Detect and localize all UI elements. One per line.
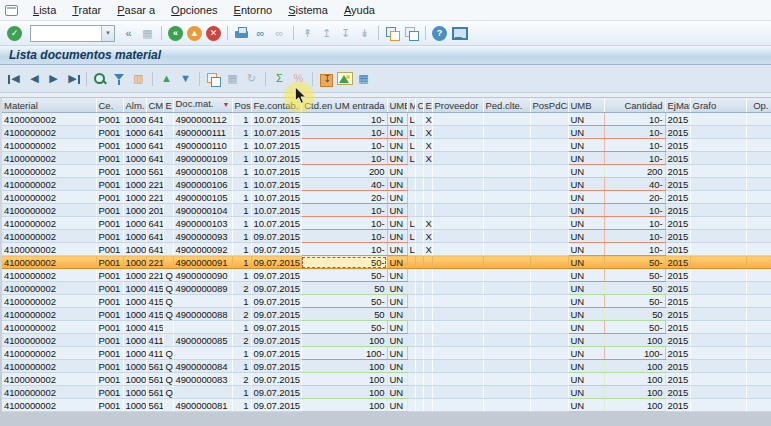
cell-ejmat[interactable]: 2015 [665,334,690,347]
table-row[interactable]: 4100000002P00110006414900000110110.07.20… [2,139,771,152]
cell-alm[interactable]: 1000 [123,399,146,412]
cell-pospdcl[interactable] [530,347,568,360]
table-row[interactable]: 4100000002P0011000561Q4900000084109.07.2… [2,360,771,373]
worksheet-icon[interactable]: ▦ [355,71,372,87]
cell-fecontab[interactable]: 09.07.2015 [251,321,301,334]
cell-cmv[interactable]: 641 [146,113,163,126]
cell-material[interactable]: 4100000002 [2,308,96,321]
cell-fecontab[interactable]: 10.07.2015 [251,217,301,230]
cell-ctd[interactable]: 10- [301,217,387,230]
cell-alm[interactable]: 1000 [123,321,146,334]
set-filter-icon[interactable] [111,71,128,87]
cell-material[interactable]: 4100000002 [2,386,96,399]
cell-pedclte[interactable] [483,347,530,360]
cell-ume[interactable]: UN [387,230,407,243]
cell-pos[interactable]: 2 [232,308,251,321]
cell-ctd[interactable]: 10- [301,243,387,256]
cell-proveedor[interactable] [432,295,483,308]
cell-ctd[interactable]: 100- [301,347,387,360]
cell-material[interactable]: 4100000002 [2,360,96,373]
cell-alm[interactable]: 1000 [123,295,146,308]
cell-pos[interactable]: 1 [232,152,251,165]
column-header-proveedor[interactable]: Proveedor [432,98,483,113]
cell-grafo[interactable] [690,295,746,308]
cell-cmv[interactable]: 411 [146,334,163,347]
cell-grafo[interactable] [690,217,746,230]
cell-fecontab[interactable]: 10.07.2015 [251,139,301,152]
cell-pos[interactable]: 2 [232,334,251,347]
cell-m[interactable] [407,386,415,399]
cell-pospdcl[interactable] [530,191,568,204]
cell-proveedor[interactable] [432,347,483,360]
cell-pos[interactable]: 1 [232,126,251,139]
cell-material[interactable]: 4100000002 [2,269,96,282]
cell-cantidad[interactable]: 100 [604,386,665,399]
cell-m[interactable] [407,204,415,217]
cell-grafo[interactable] [690,191,746,204]
column-header-c[interactable]: C [415,98,423,113]
cell-cmv[interactable]: 221 [146,256,163,269]
table-row[interactable]: 4100000002P0011000415Q4900000089209.07.2… [2,282,771,295]
cell-material[interactable]: 4100000002 [2,373,96,386]
cell-umb[interactable]: UN [568,243,604,256]
cell-ce[interactable]: P001 [96,360,123,373]
current-layout-icon[interactable]: ▥ [130,71,147,87]
cell-proveedor[interactable] [432,178,483,191]
cell-docmat[interactable]: 4900000090 [173,269,232,282]
print-icon[interactable] [233,25,250,41]
cell-alm[interactable]: 1000 [123,269,146,282]
column-header-fecontab[interactable]: Fe.contab. [251,98,301,113]
cell-fecontab[interactable]: 09.07.2015 [251,282,301,295]
menu-item-opciones[interactable]: Opciones [163,2,225,18]
cell-proveedor[interactable] [432,269,483,282]
cell-grafo[interactable] [690,113,746,126]
next-record-icon[interactable]: ▶ [45,71,62,87]
column-header-umb[interactable]: UMB [568,98,604,113]
cell-op[interactable] [746,204,771,217]
cell-fecontab[interactable]: 09.07.2015 [251,269,301,282]
cell-alm[interactable]: 1000 [123,243,146,256]
cell-e[interactable]: Q [163,373,173,386]
cell-ctd[interactable]: 200 [301,165,387,178]
cell-cantidad[interactable]: 10- [604,126,665,139]
cell-cantidad[interactable]: 10- [604,230,665,243]
cell-ume[interactable]: UN [387,347,407,360]
cell-grafo[interactable] [690,139,746,152]
cell-docmat[interactable] [173,347,232,360]
cell-c[interactable] [415,373,423,386]
cell-cmv[interactable]: 641 [146,243,163,256]
cell-m[interactable] [407,295,415,308]
cell-ctd[interactable]: 40- [301,178,387,191]
cancel-icon[interactable]: ✕ [206,26,221,41]
cell-ctd[interactable]: 10- [301,126,387,139]
cell-ce[interactable]: P001 [96,256,123,269]
cell-pos[interactable]: 1 [232,165,251,178]
cell-material[interactable]: 4100000002 [2,191,96,204]
cell-pedclte[interactable] [483,334,530,347]
cell-cmv[interactable]: 641 [146,217,163,230]
cell-cmv[interactable]: 561 [146,165,163,178]
table-row[interactable]: 4100000002P00110002214900000106110.07.20… [2,178,771,191]
cell-docmat[interactable]: 4900000091 [173,256,232,269]
cell-cantidad[interactable]: 10- [604,152,665,165]
gui-settings-icon[interactable] [450,25,467,41]
cell-ejmat[interactable]: 2015 [665,217,690,230]
cell-pos[interactable]: 1 [232,178,251,191]
cell-cantidad[interactable]: 50- [604,321,665,334]
cell-pospdcl[interactable] [530,139,568,152]
cell-alm[interactable]: 1000 [123,139,146,152]
cell-m[interactable] [407,360,415,373]
cell-ce[interactable]: P001 [96,321,123,334]
cell-c[interactable] [415,256,423,269]
cell-ejmat[interactable]: 2015 [665,373,690,386]
table-row[interactable]: 4100000002P00110002214900000091109.07.20… [2,256,771,269]
cell-fecontab[interactable]: 09.07.2015 [251,256,301,269]
cell-grafo[interactable] [690,178,746,191]
cell-umb[interactable]: UN [568,295,604,308]
cell-ctd[interactable]: 50- [301,295,387,308]
cell-pedclte[interactable] [483,373,530,386]
cell-m[interactable] [407,373,415,386]
cell-cmv[interactable]: 561 [146,373,163,386]
cell-proveedor[interactable] [432,165,483,178]
copy-icon[interactable] [205,71,222,87]
